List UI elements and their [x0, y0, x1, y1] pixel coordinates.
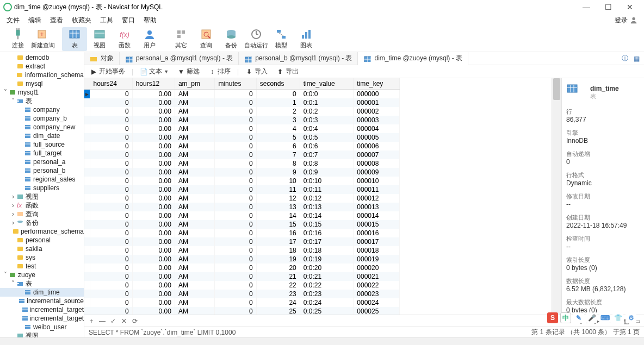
menu-5[interactable]: 窗口 — [117, 15, 139, 26]
twisty-icon[interactable]: › — [10, 202, 16, 209]
toolbar-table-button[interactable]: 表 — [62, 27, 87, 51]
tree-node-full_source[interactable]: full_source — [0, 140, 84, 149]
tree-node-函数[interactable]: ›fx函数 — [0, 201, 84, 210]
tree-node-sakila[interactable]: sakila — [0, 244, 84, 253]
refresh-button[interactable]: ⟳ — [131, 317, 139, 325]
tree-node-weibo_user[interactable]: weibo_user — [0, 323, 84, 331]
tab-对象[interactable]: 对象 — [84, 52, 120, 65]
tree-node-dim_time[interactable]: dim_time — [0, 288, 84, 297]
tree-node-incremental_target[interactable]: incremental_target — [0, 314, 84, 323]
twisty-icon[interactable]: ˅ — [2, 89, 9, 96]
info-icon[interactable]: ⓘ — [622, 54, 628, 63]
minimize-button[interactable]: — — [575, 3, 597, 11]
tree-node-incremental_target[interactable]: incremental_target — [0, 305, 84, 314]
table-row[interactable]: 00.00AM0110:0:11000011 — [84, 185, 400, 194]
tree-node-company[interactable]: company — [0, 105, 84, 114]
menu-4[interactable]: 工具 — [96, 15, 117, 26]
table-row[interactable]: 00.00AM0140:0:14000014 — [84, 211, 400, 220]
tree-node-full_target[interactable]: full_target — [0, 149, 84, 158]
twisty-icon[interactable]: › — [10, 193, 16, 200]
close-button[interactable]: ✕ — [619, 3, 641, 11]
subtb-txt-button[interactable]: 📄文本 ▼ — [138, 66, 171, 77]
toolbar-plug-button[interactable]: 连接 — [5, 27, 30, 51]
tree-node-dim_date[interactable]: dim_date — [0, 131, 84, 140]
tree-node-mysql1[interactable]: ˅mysql1 — [0, 88, 84, 97]
toolbar-user-button[interactable]: 用户 — [137, 27, 162, 51]
table-row[interactable]: 00.00AM0180:0:18000018 — [84, 246, 400, 255]
twisty-icon[interactable]: › — [10, 210, 16, 218]
col-minutes[interactable]: minutes — [215, 78, 256, 89]
table-row[interactable]: 00.00AM070:0:7000007 — [84, 150, 400, 159]
col-time_value[interactable]: time_value — [300, 78, 354, 89]
col-hours12[interactable]: hours12 — [132, 78, 175, 89]
subtb-export-button[interactable]: ⬆导出 — [274, 66, 301, 77]
col-time_key[interactable]: time_key — [354, 78, 400, 89]
tree-node-performance_schema[interactable]: performance_schema — [0, 227, 84, 236]
table-row[interactable]: 00.00AM0130:0:13000013 — [84, 203, 400, 211]
maximize-button[interactable]: ☐ — [597, 3, 619, 11]
toolbar-query-button[interactable]: 查询 — [194, 27, 219, 51]
subtb-sort-button[interactable]: ↕排序 — [206, 66, 233, 77]
menu-3[interactable]: 收藏夹 — [67, 15, 96, 26]
twisty-icon[interactable]: ˅ — [10, 97, 16, 105]
table-row[interactable]: 00.00AM0210:0:21000021 — [84, 272, 400, 281]
toolbar-other-button[interactable]: 其它 — [169, 27, 194, 51]
table-row[interactable]: 00.00AM030:0:3000003 — [84, 116, 400, 124]
toolbar-chart-button[interactable]: 图表 — [294, 27, 319, 51]
tree-node-test[interactable]: test — [0, 262, 84, 271]
subtb-import-button[interactable]: ⬇导入 — [243, 66, 270, 77]
twisty-icon[interactable]: › — [10, 219, 16, 227]
tree-node-表[interactable]: ˅表 — [0, 279, 84, 288]
tree-node-表[interactable]: ˅表 — [0, 97, 84, 105]
col-hours24[interactable]: hours24 — [90, 78, 132, 89]
tree-node-regional_sales[interactable]: regional_sales — [0, 175, 84, 184]
tree-node-备份[interactable]: ›备份 — [0, 218, 84, 227]
tab-personal_b[interactable]: personal_b @mysql1 (mysql) - 表 — [239, 52, 358, 65]
table-row[interactable]: 00.00AM010:0:1000001 — [84, 98, 400, 107]
tree-node-zuoye[interactable]: ˅zuoye — [0, 271, 84, 279]
tree-node-视图[interactable]: 视图 — [0, 331, 84, 337]
table-row[interactable]: 00.00AM0170:0:17000017 — [84, 237, 400, 246]
toolbar-model-button[interactable]: 模型 — [269, 27, 294, 51]
login-button[interactable]: 登录 — [610, 15, 642, 26]
add-row-button[interactable]: + — [88, 317, 95, 325]
tree-node-company_b[interactable]: company_b — [0, 114, 84, 123]
col-am_pm[interactable]: am_pm — [175, 78, 215, 89]
toolbar-fx-button[interactable]: f(x)函数 — [112, 27, 137, 51]
table-row[interactable]: 00.00AM060:0:6000006 — [84, 142, 400, 150]
toolbar-backup-button[interactable]: 备份 — [219, 27, 244, 51]
grid-icon[interactable]: ▦ — [634, 55, 640, 62]
table-row[interactable]: 00.00AM020:0:2000002 — [84, 107, 400, 116]
table-row[interactable]: 00.00AM0230:0:23000023 — [84, 290, 400, 298]
tree-node-personal_a[interactable]: personal_a — [0, 158, 84, 166]
table-row[interactable]: 00.00AM080:0:8000008 — [84, 159, 400, 168]
toolbar-newq-button[interactable]: +新建查询 — [30, 27, 55, 51]
table-row[interactable]: 00.00AM0160:0:16000016 — [84, 229, 400, 237]
data-grid[interactable]: hours24hours12am_pmminutessecondstime_va… — [84, 78, 552, 315]
subtb-tx-button[interactable]: ▶开始事务 — [88, 66, 127, 77]
tree-node-personal_b[interactable]: personal_b — [0, 166, 84, 175]
table-row[interactable]: 00.00AM0190:0:19000019 — [84, 255, 400, 264]
menu-2[interactable]: 查看 — [46, 15, 67, 26]
tree-node-company_new[interactable]: company_new — [0, 123, 84, 131]
cancel-button[interactable]: ✕ — [120, 317, 128, 325]
table-row[interactable]: 00.00AM040:0:4000004 — [84, 124, 400, 133]
toolbar-view-button[interactable]: 视图 — [87, 27, 112, 51]
table-row[interactable]: 00.00AM0220:0:22000022 — [84, 281, 400, 290]
tree-node-sys[interactable]: sys — [0, 253, 84, 262]
menu-6[interactable]: 帮助 — [139, 15, 161, 26]
toolbar-auto-button[interactable]: 自动运行 — [244, 27, 269, 51]
tree-node-extract[interactable]: extract — [0, 62, 84, 71]
tree-node-demodb[interactable]: demodb — [0, 53, 84, 62]
twisty-icon[interactable]: ˅ — [2, 271, 9, 279]
col-seconds[interactable]: seconds — [256, 78, 300, 89]
tab-personal_a[interactable]: personal_a @mysql1 (mysql) - 表 — [120, 52, 239, 65]
tab-dim_time[interactable]: dim_time @zuoye (mysql) - 表 — [358, 52, 468, 65]
table-row[interactable]: 00.00AM0250:0:25000025 — [84, 307, 400, 315]
table-row[interactable]: 00.00AM090:0:9000009 — [84, 168, 400, 177]
table-row[interactable]: 00.00AM0240:0:24000024 — [84, 298, 400, 307]
tree-node-information_schema[interactable]: information_schema — [0, 71, 84, 79]
table-row[interactable]: 00.00AM0120:0:12000012 — [84, 194, 400, 203]
table-row[interactable]: 00.00AM050:0:5000005 — [84, 133, 400, 142]
horizontal-scrollbar[interactable] — [0, 337, 644, 345]
